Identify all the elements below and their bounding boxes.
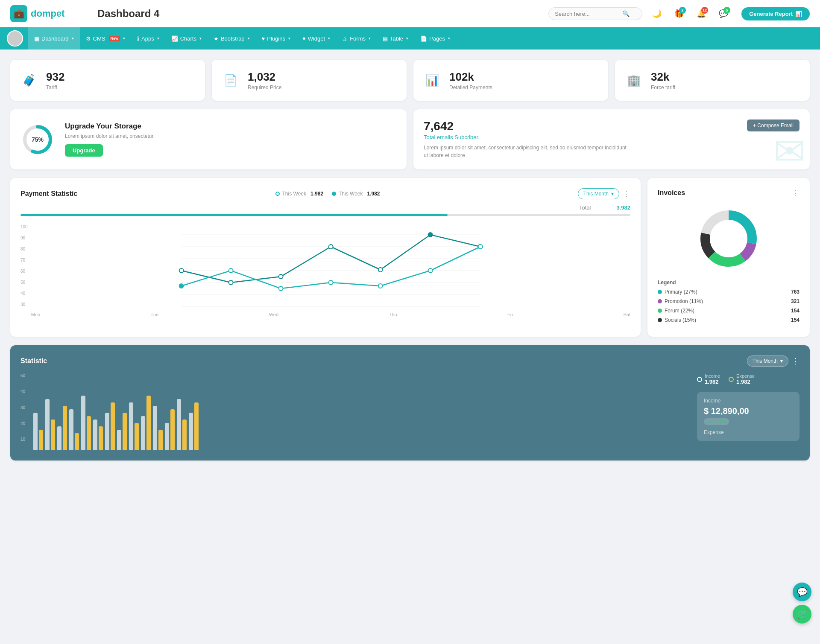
bar-white: [165, 423, 169, 450]
sidebar-item-charts[interactable]: 📈 Charts ▾: [165, 27, 208, 50]
bar-group: [189, 402, 199, 450]
cms-icon: ⚙: [86, 35, 91, 42]
price-label: Required Price: [248, 85, 281, 90]
invoices-donut: [658, 204, 800, 273]
primary-label: Primary (27%): [665, 289, 697, 295]
price-number: 1,032: [248, 70, 281, 84]
apps-label: Apps: [141, 35, 154, 42]
dashboard-arrow: ▾: [72, 36, 74, 41]
up-icon: ▲: [707, 419, 712, 424]
forum-left: Forum (22%): [658, 308, 694, 314]
legend-label-2: This Week: [339, 191, 363, 197]
sidebar-item-forms[interactable]: 🖨 Forms ▾: [336, 27, 377, 50]
income-legend-val: 1.982: [705, 379, 720, 385]
storage-donut: 75%: [20, 122, 55, 157]
dashboard-icon: ▦: [34, 35, 39, 42]
widget-arrow: ▾: [328, 36, 330, 41]
search-icon: 🔍: [622, 10, 630, 17]
bar-white: [69, 409, 73, 450]
force-tariff-info: 32k Force tariff: [651, 70, 675, 90]
x-label-thu: Thu: [389, 312, 397, 317]
upgrade-button[interactable]: Upgrade: [65, 144, 103, 157]
income-legend-label: Income: [705, 373, 720, 379]
bar-white: [93, 420, 97, 450]
charts-icon: 📈: [171, 35, 178, 42]
gift-button[interactable]: 🎁 2: [671, 6, 687, 21]
payment-more-options[interactable]: ⋮: [623, 189, 630, 198]
x-label-sat: Sat: [623, 312, 630, 317]
sidebar-item-cms[interactable]: ⚙ CMS New ▾: [80, 27, 131, 50]
sidebar-item-apps[interactable]: ℹ Apps ▾: [131, 27, 165, 50]
apps-arrow: ▾: [157, 36, 159, 41]
payment-legend: This Week 1.982 This Week 1.982: [275, 191, 380, 197]
x-axis-labels: Mon Tue Wed Thu Fri Sat: [31, 312, 630, 317]
svg-point-1: [10, 42, 21, 47]
statistic-month-filter[interactable]: This Month ▾: [747, 356, 788, 367]
sidebar-item-table[interactable]: ▤ Table ▾: [377, 27, 414, 50]
bar-group: [33, 413, 43, 450]
search-input[interactable]: [555, 11, 619, 17]
month-arrow: ▾: [780, 358, 783, 364]
invoices-card: Invoices ⋮ Legend: [647, 178, 810, 337]
email-card: 7,642 Total emails Subcriber. + Compose …: [413, 109, 810, 169]
x-label-mon: Mon: [31, 312, 40, 317]
primary-val: 763: [791, 289, 800, 295]
force-tariff-number: 32k: [651, 70, 675, 84]
total-label: Total: [579, 204, 591, 211]
svg-point-24: [428, 268, 432, 273]
notifications-button[interactable]: 🔔 12: [694, 6, 709, 21]
statistic-controls: This Month ▾ ⋮: [747, 356, 800, 367]
forms-icon: 🖨: [342, 35, 348, 42]
email-card-header: 7,642 Total emails Subcriber. + Compose …: [424, 119, 800, 140]
bar-group: [117, 413, 127, 450]
invoice-legend-primary: Primary (27%) 763: [658, 289, 800, 295]
compose-email-button[interactable]: + Compose Email: [747, 119, 800, 131]
sidebar-item-bootstrap[interactable]: ★ Bootstrap ▾: [208, 27, 256, 50]
invoices-more-options[interactable]: ⋮: [792, 188, 800, 198]
sidebar-item-pages[interactable]: 📄 Pages ▾: [414, 27, 456, 50]
storage-desc: Lorem ipsum dolor sit amet, onsectetur.: [65, 133, 155, 139]
svg-point-14: [278, 274, 283, 279]
top-header: 💼 dompet Dashboard 4 🔍 🌙 🎁 2 🔔 12 💬 5 Ge…: [0, 0, 820, 27]
messages-button[interactable]: 💬 5: [716, 6, 731, 21]
this-month-filter[interactable]: This Month ▾: [578, 188, 619, 199]
sidebar-item-plugins[interactable]: ♥ Plugins ▾: [256, 27, 296, 50]
chart-row: Payment Statistic This Week 1.982 This W…: [10, 178, 810, 337]
theme-toggle-button[interactable]: 🌙: [649, 6, 665, 21]
payment-header: Payment Statistic This Week 1.982 This W…: [20, 188, 630, 199]
bar-white: [153, 406, 157, 450]
line-chart-svg-wrap: Mon Tue Wed Thu Fri Sat: [31, 223, 630, 317]
bar-group: [69, 409, 79, 450]
payments-info: 102k Detalled Payments: [449, 70, 492, 90]
main-content: 🧳 932 Tariff 📄 1,032 Required Price 📊 10…: [0, 50, 820, 471]
search-bar[interactable]: 🔍: [548, 7, 642, 20]
chart-icon: 📊: [795, 11, 802, 17]
progress-bar-fill: [20, 214, 448, 216]
x-label-wed: Wed: [269, 312, 278, 317]
sidebar-item-dashboard[interactable]: ▦ Dashboard ▾: [28, 27, 80, 50]
bar-yellow: [182, 420, 187, 450]
primary-left: Primary (27%): [658, 289, 697, 295]
svg-point-15: [328, 245, 333, 249]
total-row: Total 3.982: [20, 204, 630, 211]
line-chart-svg: [31, 223, 630, 308]
bar-group: [165, 409, 175, 450]
generate-report-button[interactable]: Generate Report 📊: [741, 7, 810, 20]
bar-group: [93, 420, 103, 450]
sidebar-item-widget[interactable]: ♥ Widget ▾: [296, 27, 336, 50]
invoices-title: Invoices: [658, 189, 685, 197]
expense-legend-dot: [729, 377, 734, 382]
pages-arrow: ▾: [448, 36, 450, 41]
bootstrap-arrow: ▾: [248, 36, 250, 41]
bars-wrapper: 5040302010: [20, 373, 690, 450]
income-legend-item: Income 1.982: [697, 373, 720, 385]
msg-badge: 5: [723, 7, 730, 14]
promo-dot: [658, 299, 662, 303]
expense-legend-info: Expense 1.982: [736, 373, 755, 385]
statistic-more-options[interactable]: ⋮: [792, 356, 800, 366]
invoice-legend-socials: Socials (15%) 154: [658, 317, 800, 323]
stat-card-price: 📄 1,032 Required Price: [212, 60, 407, 101]
stat-card-tariff: 🧳 932 Tariff: [10, 60, 205, 101]
stat-card-payments: 📊 102k Detalled Payments: [413, 60, 608, 101]
primary-dot: [658, 290, 662, 294]
